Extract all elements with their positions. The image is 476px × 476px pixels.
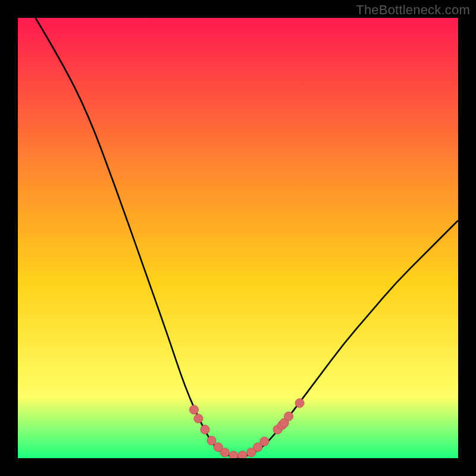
data-marker	[194, 414, 203, 423]
data-marker	[229, 451, 238, 458]
data-marker	[220, 448, 229, 457]
chart-container: TheBottleneck.com	[0, 0, 476, 476]
brand-watermark: TheBottleneck.com	[356, 2, 470, 18]
data-marker	[295, 399, 304, 408]
data-marker	[238, 451, 247, 458]
data-marker	[260, 437, 269, 446]
plot-area	[18, 18, 458, 458]
data-marker	[207, 436, 216, 445]
data-marker	[201, 425, 209, 434]
gradient-background	[18, 18, 458, 458]
data-marker	[190, 405, 199, 414]
data-marker	[284, 412, 293, 421]
chart-svg	[18, 18, 458, 458]
